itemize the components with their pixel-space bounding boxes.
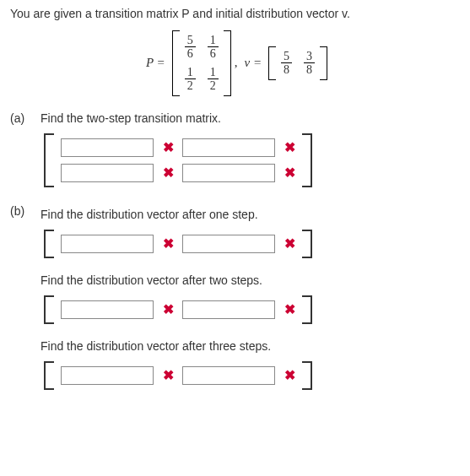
b2-input-0[interactable] xyxy=(61,300,154,319)
v-label: v = xyxy=(244,56,262,70)
wrong-icon: ✖ xyxy=(284,301,295,317)
wrong-icon: ✖ xyxy=(284,367,295,383)
comma: , xyxy=(235,56,238,70)
problem-intro: You are given a transition matrix P and … xyxy=(10,7,460,20)
part-b-prompt-1: Find the distribution vector after one s… xyxy=(41,208,460,221)
part-a-prompt: Find the two-step transition matrix. xyxy=(41,111,460,125)
wrong-icon: ✖ xyxy=(162,165,174,181)
given-equations: P = 56 16 12 12 , v = 58 38 xyxy=(10,30,460,96)
b1-input-0[interactable] xyxy=(61,235,154,253)
matrix-p: 56 16 12 12 xyxy=(172,30,231,96)
wrong-icon: ✖ xyxy=(162,139,174,155)
b3-input-0[interactable] xyxy=(61,366,154,385)
intro-text: You are given a transition matrix P and … xyxy=(10,7,350,20)
part-a-label: (a) xyxy=(10,111,29,199)
answer-vector-b2: ✖ ✖ xyxy=(44,295,312,324)
a-input-01[interactable] xyxy=(182,138,275,157)
b3-input-1[interactable] xyxy=(182,366,275,385)
part-b-prompt-3: Find the distribution vector after three… xyxy=(41,339,460,353)
wrong-icon: ✖ xyxy=(284,139,295,155)
p-label: P = xyxy=(146,56,165,70)
part-a: (a) Find the two-step transition matrix.… xyxy=(10,111,460,199)
wrong-icon: ✖ xyxy=(162,367,174,383)
part-b-label: (b) xyxy=(10,204,29,402)
wrong-icon: ✖ xyxy=(162,301,174,317)
b1-input-1[interactable] xyxy=(182,235,275,253)
a-input-00[interactable] xyxy=(61,138,154,157)
answer-vector-b1: ✖ ✖ xyxy=(44,230,312,258)
a-input-11[interactable] xyxy=(182,164,275,182)
wrong-icon: ✖ xyxy=(284,165,295,181)
part-b: (b) Find the distribution vector after o… xyxy=(10,204,460,402)
matrix-v: 58 38 xyxy=(268,46,327,80)
wrong-icon: ✖ xyxy=(162,235,174,252)
b2-input-1[interactable] xyxy=(182,300,275,319)
wrong-icon: ✖ xyxy=(284,235,295,252)
answer-matrix-a: ✖ ✖ ✖ ✖ xyxy=(44,133,312,187)
answer-vector-b3: ✖ ✖ xyxy=(44,361,312,390)
a-input-10[interactable] xyxy=(61,164,154,182)
part-b-prompt-2: Find the distribution vector after two s… xyxy=(41,273,460,287)
